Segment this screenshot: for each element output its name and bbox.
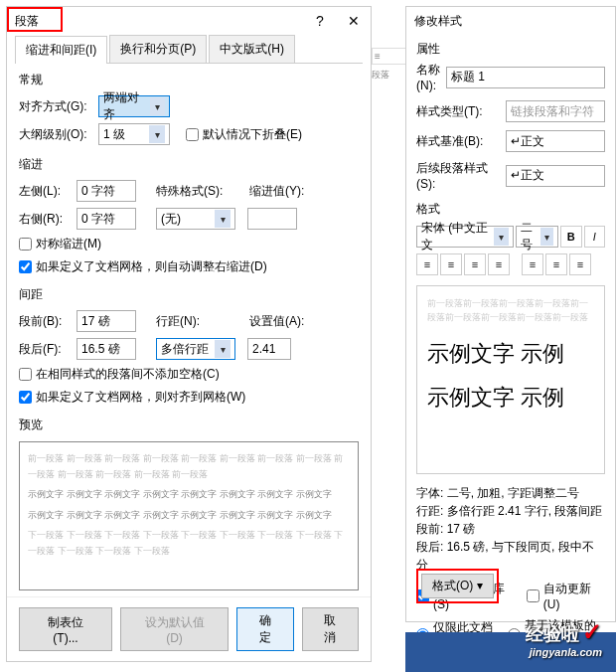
tab-asian-typography[interactable]: 中文版式(H) [209, 35, 295, 63]
after-input[interactable] [77, 338, 136, 360]
chevron-down-icon: ▾ [494, 228, 509, 246]
ok-button[interactable]: 确定 [236, 607, 293, 651]
watermark-brand: 经验啦 [526, 624, 579, 644]
after-label: 段后(F): [19, 341, 71, 358]
italic-button[interactable]: I [584, 226, 606, 248]
before-label: 段前(B): [19, 313, 71, 330]
no-space-checkbox[interactable] [19, 368, 32, 381]
tab-strip: 缩进和间距(I) 换行和分页(P) 中文版式(H) [15, 35, 363, 64]
button-bar: 制表位(T)... 设为默认值(D) 确定 取消 [7, 596, 371, 661]
alignment-label: 对齐方式(G): [19, 98, 92, 115]
line-spacing-select[interactable]: 多倍行距 ▾ [156, 338, 235, 360]
chevron-down-icon: ▾ [149, 125, 165, 143]
bold-button[interactable]: B [560, 226, 582, 248]
auto-update-checkbox[interactable] [527, 589, 539, 602]
right-title: 修改样式 [414, 13, 615, 30]
auto-adjust-label: 如果定义了文档网格，则自动调整右缩进(D) [36, 258, 267, 275]
line-spacing-label: 行距(N): [156, 313, 210, 330]
font-family-value: 宋体 (中文正文 [421, 220, 494, 253]
font-family-select[interactable]: 宋体 (中文正文▾ [416, 226, 514, 248]
chevron-down-icon: ▾ [215, 340, 231, 358]
style-type-select[interactable]: 链接段落和字符 [506, 100, 605, 122]
no-space-row[interactable]: 在相同样式的段落间不添加空格(C) [7, 363, 371, 386]
no-space-label: 在相同样式的段落间不添加空格(C) [36, 366, 220, 383]
right-indent-label: 右侧(R): [19, 211, 71, 228]
collapse-checkbox[interactable] [186, 128, 199, 141]
checkmark-icon: ✓ [582, 618, 602, 645]
special-select[interactable]: (无) ▾ [156, 208, 235, 230]
chevron-down-icon: ▾ [215, 210, 231, 228]
based-on-select[interactable]: ↵正文 [506, 130, 605, 152]
section-general: 常规 [7, 64, 371, 92]
section-properties: 属性 [416, 41, 605, 58]
based-on-label: 样式基准(B): [416, 133, 500, 150]
section-format: 格式 [416, 201, 605, 218]
tab-line-page-breaks[interactable]: 换行和分页(P) [109, 35, 207, 63]
mirror-indent-checkbox[interactable] [19, 238, 32, 251]
following-value: ↵正文 [511, 167, 544, 184]
special-value: (无) [161, 211, 181, 228]
close-button[interactable]: ✕ [337, 13, 371, 29]
right-indent-input[interactable] [77, 208, 136, 230]
line-spacing-value: 多倍行距 [161, 341, 209, 358]
font-size-value: 二号 [521, 220, 540, 253]
name-input[interactable] [446, 67, 605, 88]
set-default-button[interactable]: 设为默认值(D) [120, 607, 229, 651]
indent-value-input[interactable] [247, 208, 297, 230]
section-indent: 缩进 [7, 148, 371, 177]
align-center-button[interactable]: ≡ [440, 253, 462, 275]
auto-adjust-row[interactable]: 如果定义了文档网格，则自动调整右缩进(D) [7, 255, 371, 278]
name-label: 名称(N): [416, 62, 440, 92]
based-on-value: ↵正文 [511, 133, 544, 150]
left-indent-input[interactable] [77, 180, 136, 202]
before-input[interactable] [77, 310, 136, 332]
collapse-checkbox-wrap[interactable]: 默认情况下折叠(E) [186, 126, 302, 143]
preview-sample: 示例文字 示例文字 示例文字 示例文字 示例文字 示例文字 示例文字 示例文字 [28, 486, 350, 502]
paragraph-dialog: 段落 ? ✕ 缩进和间距(I) 换行和分页(P) 中文版式(H) 常规 对齐方式… [6, 6, 372, 662]
alignment-value: 两端对齐 [103, 89, 150, 123]
indent-value-label: 缩进值(Y): [249, 183, 307, 200]
set-value-input[interactable] [247, 338, 291, 360]
watermark-url: jingyanla.com [526, 646, 602, 658]
style-summary: 字体: 二号, 加粗, 字距调整二号 行距: 多倍行距 2.41 字行, 段落间… [406, 480, 615, 578]
format-button[interactable]: 格式(O) ▾ [421, 574, 494, 598]
mirror-indent-row[interactable]: 对称缩进(M) [7, 233, 371, 255]
sample-text-2: 示例文字 示例 [427, 383, 594, 413]
spacing-button-3[interactable]: ≡ [569, 253, 591, 275]
special-label: 特殊格式(S): [156, 183, 230, 200]
spacing-button-1[interactable]: ≡ [522, 253, 543, 275]
outline-label: 大纲级别(O): [19, 126, 92, 143]
outline-select[interactable]: 1 级 ▾ [98, 123, 170, 145]
snap-grid-label: 如果定义了文档网格，则对齐到网格(W) [36, 389, 245, 406]
modify-style-dialog: 修改样式 属性 名称(N): 样式类型(T): 链接段落和字符 样式基准(B):… [405, 6, 616, 622]
align-right-button[interactable]: ≡ [464, 253, 486, 275]
title-highlight-box [7, 7, 63, 32]
chevron-down-icon: ▾ [540, 228, 553, 246]
font-size-select[interactable]: 二号▾ [516, 226, 558, 248]
following-label: 后续段落样式(S): [416, 160, 500, 191]
alignment-select[interactable]: 两端对齐 ▾ [98, 95, 170, 117]
mirror-indent-label: 对称缩进(M) [36, 236, 101, 252]
auto-adjust-checkbox[interactable] [19, 260, 32, 273]
set-value-label: 设置值(A): [249, 313, 307, 330]
snap-grid-row[interactable]: 如果定义了文档网格，则对齐到网格(W) [7, 386, 371, 409]
spacing-button-2[interactable]: ≡ [545, 253, 567, 275]
tab-indent-spacing[interactable]: 缩进和间距(I) [15, 36, 107, 64]
section-spacing: 间距 [7, 278, 371, 307]
preview-sample: 示例文字 示例文字 示例文字 示例文字 示例文字 示例文字 示例文字 示例文字 [28, 507, 350, 523]
preview-box: 前一段落 前一段落 前一段落 前一段落 前一段落 前一段落 前一段落 前一段落 … [19, 441, 359, 590]
auto-update-label: 自动更新(U) [543, 581, 603, 611]
help-button[interactable]: ? [303, 13, 337, 29]
style-type-label: 样式类型(T): [416, 103, 500, 120]
ribbon-background: ≡ 段落 [372, 48, 406, 127]
chevron-down-icon: ▾ [150, 97, 166, 115]
tabs-button[interactable]: 制表位(T)... [19, 607, 112, 651]
collapse-label: 默认情况下折叠(E) [203, 126, 302, 143]
align-justify-button[interactable]: ≡ [488, 253, 510, 275]
snap-grid-checkbox[interactable] [19, 391, 32, 404]
section-preview: 预览 [7, 409, 371, 437]
cancel-button[interactable]: 取消 [302, 607, 359, 651]
outline-value: 1 级 [103, 126, 125, 143]
following-select[interactable]: ↵正文 [506, 165, 605, 187]
align-left-button[interactable]: ≡ [416, 253, 438, 275]
